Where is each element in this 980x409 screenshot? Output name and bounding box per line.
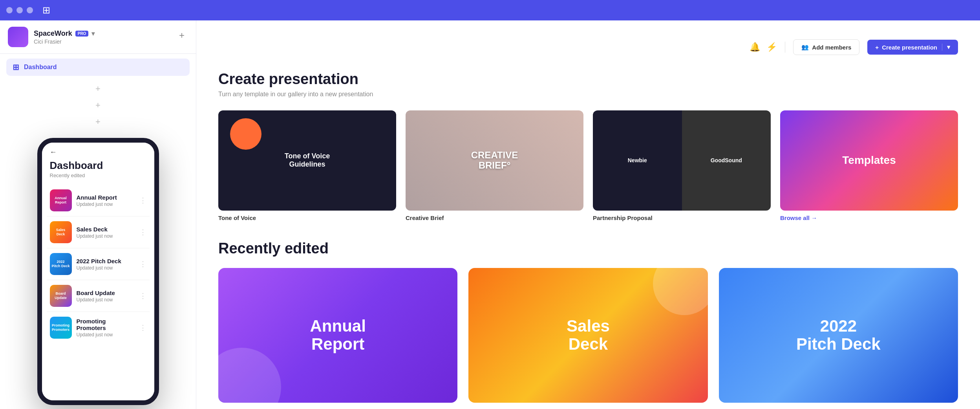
sidebar-item-dashboard[interactable]: ⊞ Dashboard	[6, 59, 190, 76]
item-info: 2022 Pitch Deck Updated just now	[77, 258, 135, 271]
recent-grid: AnnualReport SalesDeck 2022Pitch Deck	[218, 268, 958, 403]
item-info: Promoting Promoters Updated just now	[77, 318, 135, 337]
browse-all-link[interactable]: Browse all →	[780, 215, 958, 221]
phone-title: Dashboard	[42, 160, 154, 172]
pitch-text: 2022Pitch Deck	[796, 317, 881, 353]
list-item[interactable]: SalesDeck Sales Deck Updated just now ⋮	[47, 216, 150, 248]
templates-text: Templates	[842, 154, 896, 167]
annual-text: AnnualReport	[310, 317, 366, 353]
more-icon[interactable]: ⋮	[139, 228, 146, 237]
annual-thumb: AnnualReport	[50, 189, 72, 211]
brand-chevron[interactable]: ▾	[91, 30, 95, 37]
sidebar-add-button[interactable]: +	[176, 29, 188, 42]
creative-img: CREATIVEBRIEF°	[406, 110, 583, 211]
bell-icon[interactable]: 🔔	[750, 42, 760, 52]
more-icon[interactable]: ⋮	[139, 196, 146, 205]
add-section-1[interactable]: +	[0, 81, 196, 97]
create-section-subtitle: Turn any template in our gallery into a …	[218, 91, 958, 98]
dot-green	[27, 7, 33, 13]
partner-left: Newbie	[593, 110, 682, 211]
user-name: Cici Frasier	[34, 39, 188, 45]
phone-area: ← Dashboard Recently edited AnnualReport…	[0, 130, 196, 409]
template-card-partnership[interactable]: Newbie GoodSound Partnership Proposal	[593, 110, 771, 221]
content-header: 🔔 ⚡ 👥 Add members + Create presentation …	[218, 39, 958, 55]
add-section-3[interactable]: +	[0, 114, 196, 130]
tone-circle	[230, 118, 261, 150]
recently-edited-title: Recently edited	[218, 240, 958, 257]
more-icon[interactable]: ⋮	[139, 260, 146, 268]
recent-card-sales[interactable]: SalesDeck	[468, 268, 708, 403]
partner-right: GoodSound	[682, 110, 771, 211]
add-section-2[interactable]: +	[0, 97, 196, 114]
annual-shape	[218, 348, 281, 403]
create-presentation-button[interactable]: + Create presentation ▾	[867, 40, 958, 55]
grid-icon: ⊞	[42, 5, 50, 16]
template-card-browse[interactable]: Templates Browse all →	[780, 110, 958, 221]
template-grid: Tone of VoiceGuidelines Tone of Voice CR…	[218, 110, 958, 221]
list-item[interactable]: PromotingPromoters Promoting Promoters U…	[47, 312, 150, 343]
promoting-thumb: PromotingPromoters	[50, 317, 72, 339]
top-bar: ⊞	[0, 0, 980, 20]
header-icons: 🔔 ⚡	[750, 42, 777, 52]
add-members-icon: 👥	[801, 44, 809, 51]
phone-list: AnnualReport Annual Report Updated just …	[42, 185, 154, 343]
create-btn-chevron[interactable]: ▾	[942, 44, 950, 51]
pro-badge: PRO	[75, 31, 89, 37]
content-area: 🔔 ⚡ 👥 Add members + Create presentation …	[196, 20, 980, 409]
tone-thumb: Tone of VoiceGuidelines	[218, 110, 396, 211]
creative-text: CREATIVEBRIEF°	[471, 150, 518, 171]
templates-thumb: Templates	[780, 110, 958, 211]
window-controls	[6, 7, 33, 13]
template-label-partnership: Partnership Proposal	[593, 215, 771, 221]
sales-thumb: SalesDeck	[50, 221, 72, 243]
dot-red	[6, 7, 13, 13]
lightning-icon[interactable]: ⚡	[766, 42, 777, 52]
sidebar-header: SpaceWork PRO ▾ Cici Frasier +	[0, 20, 196, 54]
sidebar-brand: SpaceWork PRO ▾ Cici Frasier	[34, 29, 188, 45]
phone-mockup: ← Dashboard Recently edited AnnualReport…	[37, 138, 159, 405]
recent-card-pitch[interactable]: 2022Pitch Deck	[719, 268, 958, 403]
create-section-title: Create presentation	[218, 71, 958, 88]
creative-thumb: CREATIVEBRIEF°	[406, 110, 583, 211]
phone-top-bar: ←	[42, 143, 154, 160]
sales-shape	[653, 268, 708, 315]
item-info: Sales Deck Updated just now	[77, 226, 135, 239]
partnership-thumb: Newbie GoodSound	[593, 110, 771, 211]
pitch-thumb: 2022Pitch Deck	[50, 253, 72, 275]
list-item[interactable]: 2022Pitch Deck 2022 Pitch Deck Updated j…	[47, 248, 150, 280]
template-label-tone: Tone of Voice	[218, 215, 396, 221]
phone-subtitle: Recently edited	[42, 172, 154, 185]
list-item[interactable]: AnnualReport Annual Report Updated just …	[47, 185, 150, 216]
more-icon[interactable]: ⋮	[139, 323, 146, 332]
plus-icon: +	[875, 44, 879, 51]
template-label-creative: Creative Brief	[406, 215, 583, 221]
template-card-creative[interactable]: CREATIVEBRIEF° Creative Brief	[406, 110, 583, 221]
sidebar-logo	[8, 27, 28, 47]
tone-text: Tone of VoiceGuidelines	[285, 152, 330, 169]
sales-text: SalesDeck	[567, 317, 610, 353]
dashboard-icon: ⊞	[13, 62, 19, 72]
item-info: Board Update Updated just now	[77, 290, 135, 303]
sidebar: SpaceWork PRO ▾ Cici Frasier + ⊞ Dashboa…	[0, 20, 196, 409]
board-thumb: BoardUpdate	[50, 285, 72, 307]
list-item[interactable]: BoardUpdate Board Update Updated just no…	[47, 280, 150, 312]
dot-yellow	[16, 7, 23, 13]
more-icon[interactable]: ⋮	[139, 292, 146, 300]
brand-name: SpaceWork PRO ▾	[34, 29, 188, 38]
add-members-button[interactable]: 👥 Add members	[793, 39, 859, 55]
item-info: Annual Report Updated just now	[77, 194, 135, 207]
header-divider	[785, 42, 785, 53]
recent-card-annual[interactable]: AnnualReport	[218, 268, 457, 403]
phone-back-icon[interactable]: ←	[50, 148, 57, 156]
template-card-tone[interactable]: Tone of VoiceGuidelines Tone of Voice	[218, 110, 396, 221]
sidebar-nav: ⊞ Dashboard	[0, 54, 196, 81]
